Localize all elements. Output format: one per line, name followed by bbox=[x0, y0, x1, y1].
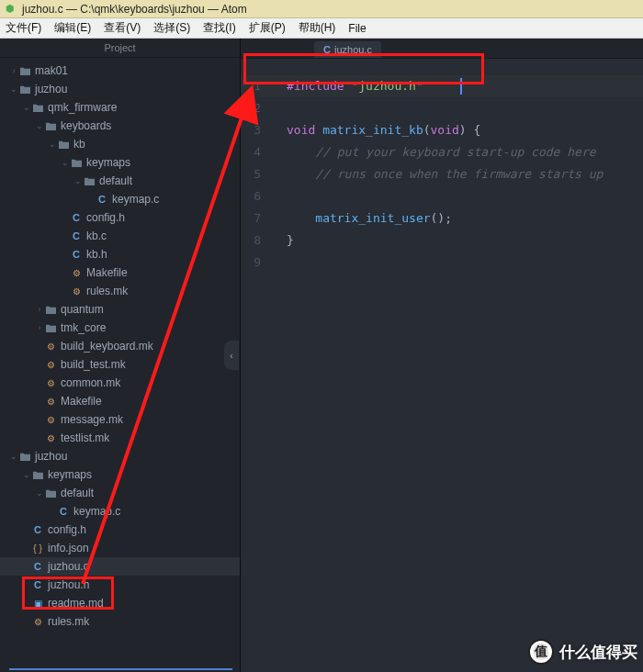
makefile-icon: ⚙ bbox=[44, 340, 57, 353]
tree-file-makefile[interactable]: ⚙Makefile bbox=[0, 392, 240, 410]
tree-folder-keyboards[interactable]: ⌄keyboards bbox=[0, 117, 240, 135]
chevron-icon[interactable]: ⌄ bbox=[9, 452, 18, 461]
gutter: 1 2 3 4 5 6 7 8 9 bbox=[241, 59, 270, 672]
menu-help[interactable]: 帮助(H) bbox=[299, 20, 336, 36]
tree-file-kb-c[interactable]: Ckb.c bbox=[0, 227, 240, 245]
menu-view[interactable]: 查看(V) bbox=[104, 20, 141, 36]
tree-item-label: kb.h bbox=[86, 248, 107, 261]
c-file-icon: C bbox=[96, 193, 108, 206]
menu-packages[interactable]: 扩展(P) bbox=[249, 20, 286, 36]
chevron-icon[interactable]: ⌄ bbox=[35, 121, 44, 130]
tree-file-rules-mk[interactable]: ⚙rules.mk bbox=[0, 282, 240, 300]
tree-file-juzhou-h[interactable]: Cjuzhou.h bbox=[0, 576, 240, 594]
folder-icon bbox=[18, 83, 31, 95]
tree-item-label: default bbox=[61, 487, 94, 499]
tree-file-common-mk[interactable]: ⚙common.mk bbox=[0, 374, 240, 392]
tab-label: juzhou.c bbox=[334, 44, 372, 55]
code-content[interactable]: #include "juzhou.h" void matrix_init_kb(… bbox=[270, 59, 643, 672]
chevron-icon[interactable]: › bbox=[35, 305, 44, 314]
tree-folder-default[interactable]: ⌄default bbox=[0, 484, 240, 502]
tree-folder-juzhou[interactable]: ⌄juzhou bbox=[0, 80, 240, 98]
chevron-icon[interactable]: ⌄ bbox=[22, 103, 31, 112]
makefile-icon: ⚙ bbox=[44, 395, 57, 408]
c-file-icon: C bbox=[31, 578, 44, 591]
menu-find[interactable]: 查找(I) bbox=[203, 20, 235, 36]
tree-folder-mak01[interactable]: ›mak01 bbox=[0, 62, 240, 80]
tree-item-label: quantum bbox=[61, 303, 104, 316]
folder-icon bbox=[31, 101, 44, 114]
tree-item-label: juzhou bbox=[35, 450, 67, 463]
chevron-icon[interactable]: › bbox=[9, 66, 18, 75]
tree-folder-quantum[interactable]: ›quantum bbox=[0, 300, 240, 319]
menubar: 文件(F) 编辑(E) 查看(V) 选择(S) 查找(I) 扩展(P) 帮助(H… bbox=[0, 18, 643, 39]
chevron-icon[interactable]: ⌄ bbox=[35, 488, 44, 498]
window-title: juzhou.c — C:\qmk\keyboards\juzhou — Ato… bbox=[22, 3, 247, 16]
tree-file-config-h[interactable]: Cconfig.h bbox=[0, 208, 240, 227]
menu-select[interactable]: 选择(S) bbox=[153, 20, 190, 36]
makefile-icon: ⚙ bbox=[31, 615, 44, 628]
tree-file-readme-md[interactable]: ▣readme.md bbox=[0, 594, 240, 612]
chevron-icon[interactable]: ⌄ bbox=[9, 84, 18, 94]
makefile-icon: ⚙ bbox=[70, 266, 83, 279]
menu-edit[interactable]: 编辑(E) bbox=[54, 20, 91, 36]
folder-icon bbox=[44, 119, 57, 132]
tab-juzhou-c[interactable]: C juzhou.c bbox=[314, 41, 381, 58]
makefile-icon: ⚙ bbox=[70, 285, 83, 297]
tree-file-makefile[interactable]: ⚙Makefile bbox=[0, 263, 240, 282]
tree-item-label: juzhou.h bbox=[48, 578, 89, 591]
tree-item-label: common.mk bbox=[61, 376, 120, 389]
chevron-icon[interactable]: ⌄ bbox=[61, 158, 70, 167]
tree-item-label: info.json bbox=[48, 542, 89, 554]
menu-file-en[interactable]: File bbox=[348, 22, 366, 35]
tree-file-config-h[interactable]: Cconfig.h bbox=[0, 521, 240, 539]
tree-file-build_test-mk[interactable]: ⚙build_test.mk bbox=[0, 355, 240, 374]
editor-pane: ‹ C juzhou.c 1 2 3 4 5 6 7 8 9 #include … bbox=[241, 39, 643, 672]
tree-folder-qmk_firmware[interactable]: ⌄qmk_firmware bbox=[0, 98, 240, 117]
makefile-icon: ⚙ bbox=[44, 431, 57, 444]
tree-item-label: tmk_core bbox=[61, 321, 106, 334]
tree-item-label: rules.mk bbox=[86, 285, 128, 297]
tree-folder-keymaps[interactable]: ⌄keymaps bbox=[0, 465, 240, 484]
watermark-badge: 值 bbox=[528, 639, 554, 665]
folder-icon bbox=[57, 138, 70, 151]
menu-file-cn[interactable]: 文件(F) bbox=[6, 20, 41, 36]
tree-folder-juzhou[interactable]: ⌄juzhou bbox=[0, 447, 240, 465]
tree-item-label: mak01 bbox=[35, 64, 68, 77]
tree-file-keymap-c[interactable]: Ckeymap.c bbox=[0, 190, 240, 208]
tree-file-rules-mk[interactable]: ⚙rules.mk bbox=[0, 612, 240, 631]
tree-item-label: keymaps bbox=[48, 468, 92, 481]
folder-icon bbox=[31, 468, 44, 481]
makefile-icon: ⚙ bbox=[44, 358, 57, 371]
file-tree[interactable]: ›mak01⌄juzhou⌄qmk_firmware⌄keyboards⌄kb⌄… bbox=[0, 58, 240, 672]
tree-file-kb-h[interactable]: Ckb.h bbox=[0, 245, 240, 263]
tree-item-label: message.mk bbox=[61, 413, 123, 426]
tree-item-label: build_keyboard.mk bbox=[61, 340, 153, 353]
tree-folder-default[interactable]: ⌄default bbox=[0, 172, 240, 190]
chevron-icon[interactable]: ⌄ bbox=[22, 470, 31, 479]
tree-file-keymap-c[interactable]: Ckeymap.c bbox=[0, 502, 240, 521]
tree-file-testlist-mk[interactable]: ⚙testlist.mk bbox=[0, 429, 240, 447]
sidebar-toggle[interactable]: ‹ bbox=[224, 341, 239, 370]
folder-icon bbox=[44, 303, 57, 316]
tree-item-label: kb bbox=[73, 138, 85, 151]
tree-folder-keymaps[interactable]: ⌄keymaps bbox=[0, 153, 240, 172]
tree-item-label: keyboards bbox=[61, 119, 111, 132]
chevron-icon[interactable]: › bbox=[35, 323, 44, 332]
code-area[interactable]: 1 2 3 4 5 6 7 8 9 #include "juzhou.h" vo… bbox=[241, 59, 643, 672]
tree-file-message-mk[interactable]: ⚙message.mk bbox=[0, 410, 240, 429]
c-file-icon: C bbox=[323, 44, 331, 55]
tree-file-build_keyboard-mk[interactable]: ⚙build_keyboard.mk bbox=[0, 337, 240, 355]
c-file-icon: C bbox=[70, 211, 83, 224]
folder-icon bbox=[70, 156, 83, 169]
tree-folder-kb[interactable]: ⌄kb bbox=[0, 135, 240, 153]
chevron-icon[interactable]: ⌄ bbox=[48, 140, 57, 149]
c-file-icon: C bbox=[70, 230, 83, 242]
chevron-icon[interactable]: ⌄ bbox=[73, 176, 83, 185]
markdown-icon: ▣ bbox=[31, 597, 44, 610]
tree-file-info-json[interactable]: { }info.json bbox=[0, 539, 240, 557]
tree-file-juzhou-c[interactable]: Cjuzhou.c bbox=[0, 557, 240, 576]
tree-item-label: juzhou bbox=[35, 83, 67, 95]
window-titlebar: ⬢ juzhou.c — C:\qmk\keyboards\juzhou — A… bbox=[0, 0, 643, 18]
tree-folder-tmk_core[interactable]: ›tmk_core bbox=[0, 319, 240, 337]
app-icon: ⬢ bbox=[6, 3, 18, 16]
